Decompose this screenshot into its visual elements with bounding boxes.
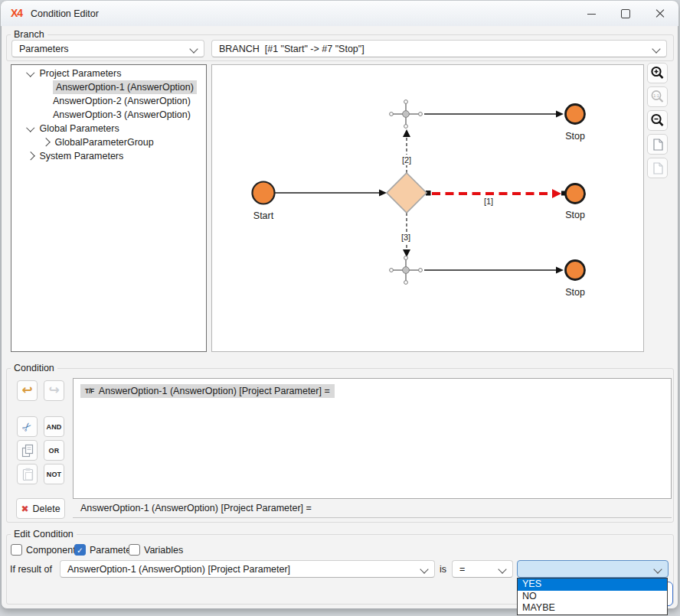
junction-handle[interactable] xyxy=(404,256,408,260)
dropdown-option-yes[interactable]: YES xyxy=(518,579,667,591)
tree-item-system-parameters[interactable]: System Parameters xyxy=(23,149,221,163)
undo-button[interactable]: ↩ xyxy=(17,380,38,401)
cut-button[interactable]: ✂ xyxy=(17,416,38,437)
value-select[interactable] xyxy=(517,560,669,578)
tree-item-label[interactable]: AnswerOption-2 (AnswerOption) xyxy=(53,94,191,108)
branch-select-value: BRANCH [#1 "Start" -> #7 "Stop"] xyxy=(219,44,365,54)
chevron-down-icon xyxy=(653,565,662,573)
arrowhead-icon xyxy=(556,111,564,118)
expander-down-icon[interactable] xyxy=(26,123,34,132)
variables-checkbox[interactable] xyxy=(129,544,140,556)
zoom-out-icon xyxy=(649,112,665,129)
and-label: AND xyxy=(46,423,61,431)
tree-item-answeroption-1[interactable]: AnswerOption-1 (AnswerOption) xyxy=(23,80,244,94)
fit-page-button[interactable] xyxy=(647,134,668,155)
condition-list[interactable]: T/F AnswerOption-1 (AnswerOption) [Proje… xyxy=(73,378,672,499)
tree-item-label[interactable]: AnswerOption-3 (AnswerOption) xyxy=(53,108,191,122)
dropdown-option-no[interactable]: NO xyxy=(518,591,667,603)
parameters-checkbox[interactable]: ✓ xyxy=(74,544,86,556)
title-bar[interactable]: X4 Condition Editor xyxy=(1,1,678,26)
chevron-down-icon xyxy=(189,44,198,53)
parameter-select-value: AnswerOption-1 (AnswerOption) [Project P… xyxy=(67,564,290,575)
fit-width-button[interactable] xyxy=(647,158,668,178)
junction-handle[interactable] xyxy=(390,112,394,116)
start-node[interactable] xyxy=(253,182,275,204)
branch-select[interactable]: BRANCH [#1 "Start" -> #7 "Stop"] xyxy=(211,40,667,57)
zoom-out-button[interactable] xyxy=(647,110,668,131)
junction-handle[interactable] xyxy=(404,281,408,285)
cut-icon: ✂ xyxy=(19,419,36,435)
zoom-actual-button[interactable]: 1:1 xyxy=(647,86,668,107)
tree-item-label[interactable]: System Parameters xyxy=(40,149,124,163)
edit-condition-group-label: Edit Condition xyxy=(11,529,77,539)
decision-node[interactable] xyxy=(387,173,427,213)
stop-node-3-label: Stop xyxy=(565,287,585,298)
junction-handle[interactable] xyxy=(404,100,408,104)
minimize-button[interactable] xyxy=(578,5,604,23)
stop-node-3[interactable] xyxy=(566,261,585,280)
copy-button[interactable] xyxy=(17,440,38,461)
junction-handle[interactable] xyxy=(390,269,394,272)
value-dropdown-list[interactable]: YES NO MAYBE xyxy=(517,578,668,615)
start-node-label: Start xyxy=(253,210,274,221)
parameter-select[interactable]: AnswerOption-1 (AnswerOption) [Project P… xyxy=(60,560,435,578)
maximize-button[interactable] xyxy=(613,5,639,23)
flow-diagram-panel[interactable]: [2] [3] [1] Start xyxy=(211,64,644,352)
stop-node-2[interactable] xyxy=(566,184,585,204)
or-label: OR xyxy=(49,447,60,455)
close-icon xyxy=(655,9,665,18)
components-checkbox[interactable] xyxy=(11,544,22,556)
page-icon xyxy=(649,136,665,152)
junction-handle[interactable] xyxy=(419,269,423,272)
arrowhead-up-icon xyxy=(403,129,410,137)
branch-mode-value: Parameters xyxy=(19,44,69,54)
tree-item-label-selected[interactable]: AnswerOption-1 (AnswerOption) xyxy=(53,80,197,94)
zoom-in-button[interactable] xyxy=(647,63,668,83)
paste-icon xyxy=(19,466,35,482)
tree-item-label[interactable]: Global Parameters xyxy=(40,122,119,135)
and-button[interactable]: AND xyxy=(44,416,64,437)
condition-row-selected[interactable]: T/F AnswerOption-1 (AnswerOption) [Proje… xyxy=(80,384,335,398)
svg-text:1:1: 1:1 xyxy=(653,93,659,98)
expander-right-icon[interactable] xyxy=(41,139,50,147)
flow-diagram-canvas[interactable]: [2] [3] [1] Start xyxy=(212,65,643,351)
not-label: NOT xyxy=(47,471,62,478)
arrowhead-red-icon xyxy=(552,189,561,198)
chevron-down-icon xyxy=(420,565,428,573)
stop-node-1[interactable] xyxy=(566,105,585,124)
if-result-of-label: If result of xyxy=(10,564,52,575)
condition-row-text: AnswerOption-1 (AnswerOption) [Project P… xyxy=(99,384,330,398)
expander-down-icon[interactable] xyxy=(26,68,34,77)
not-button[interactable]: NOT xyxy=(44,464,64,484)
tree-item-label[interactable]: Project Parameters xyxy=(40,67,122,80)
redo-button[interactable]: ↪ xyxy=(44,380,64,401)
tree-item-globalparametergroup[interactable]: GlobalParameterGroup xyxy=(23,135,237,149)
or-button[interactable]: OR xyxy=(44,440,64,461)
operator-select[interactable]: = xyxy=(452,560,513,578)
minimize-icon xyxy=(587,14,596,15)
window-title: Condition Editor xyxy=(31,8,99,19)
maximize-icon xyxy=(621,9,630,18)
junction-handle[interactable] xyxy=(404,125,408,129)
edge-3-label: [3] xyxy=(401,233,410,242)
zoom-in-icon xyxy=(649,65,665,81)
paste-button[interactable] xyxy=(17,464,38,484)
parameter-tree[interactable]: Project Parameters AnswerOption-1 (Answe… xyxy=(11,64,207,352)
branch-group-label: Branch xyxy=(11,29,47,40)
tree-item-label[interactable]: GlobalParameterGroup xyxy=(55,135,154,149)
close-button[interactable] xyxy=(647,5,673,23)
branch-mode-select[interactable]: Parameters xyxy=(11,40,204,57)
expander-right-icon[interactable] xyxy=(26,152,34,161)
tree-item-global-parameters[interactable]: Global Parameters xyxy=(23,122,221,135)
condition-status-text: AnswerOption-1 (AnswerOption) [Project P… xyxy=(73,499,672,518)
junction-node-bottom[interactable] xyxy=(403,267,410,274)
delete-x-icon: ✖ xyxy=(21,504,28,514)
stop-node-1-label: Stop xyxy=(565,131,585,142)
stop-node-2-label: Stop xyxy=(565,210,585,220)
is-label: is xyxy=(440,564,446,575)
tree-item-project-parameters[interactable]: Project Parameters xyxy=(23,67,221,80)
junction-handle[interactable] xyxy=(419,112,423,116)
delete-button[interactable]: ✖ Delete xyxy=(16,498,65,519)
junction-node-top[interactable] xyxy=(403,111,410,118)
dropdown-option-maybe[interactable]: MAYBE xyxy=(518,602,667,614)
